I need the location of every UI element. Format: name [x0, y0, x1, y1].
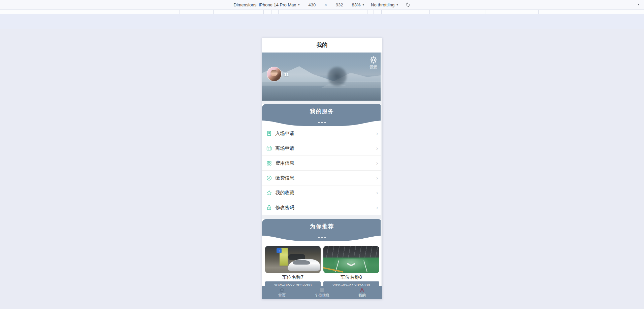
chevron-right-icon: › — [376, 145, 378, 151]
device-dimensions-dropdown[interactable]: Dimensions: iPhone 14 Pro Max ▾ — [233, 2, 299, 7]
avatar[interactable] — [267, 67, 282, 81]
ellipsis-dots — [318, 237, 326, 238]
service-item-label: 费用信息 — [276, 160, 376, 166]
chevron-right-icon: › — [376, 190, 378, 196]
horizontal-ruler — [0, 10, 644, 14]
viewport-height-input[interactable]: 932 — [334, 2, 345, 8]
service-item-favorites[interactable]: 我的收藏 › — [262, 185, 382, 200]
parking-card-name: 车位名称7 — [265, 273, 321, 281]
ellipsis-dots — [318, 122, 326, 123]
ruler-tick — [278, 10, 279, 14]
parking-card[interactable]: 车位名称8 2025-02-27 20:55:00 — [323, 246, 379, 289]
ruler-tick — [485, 10, 485, 14]
throttling-dropdown[interactable]: No throttling ▾ — [371, 2, 398, 7]
ruler-tick — [271, 10, 271, 14]
lock-icon — [266, 205, 272, 211]
service-item-leave-application[interactable]: 离场申请 › — [262, 141, 382, 156]
star-icon — [266, 190, 272, 196]
ceiling-streaks — [323, 246, 379, 258]
person-icon — [359, 287, 365, 293]
ruler-tick — [263, 10, 264, 14]
rotate-icon — [405, 2, 411, 8]
services-wave — [262, 119, 382, 126]
ruler-tick — [213, 10, 214, 14]
check-circle-icon — [266, 175, 272, 181]
ruler-tick — [429, 10, 430, 14]
chevron-right-icon: › — [376, 131, 378, 136]
circles-grid-icon — [266, 160, 272, 166]
section-gap — [262, 215, 382, 219]
profile-header-image: 11 设置 — [262, 53, 382, 101]
service-item-label: 缴费信息 — [276, 175, 376, 181]
water-shape — [262, 81, 382, 101]
service-item-entry-application[interactable]: 入场申请 › — [262, 126, 382, 141]
dimensions-multiply-sign: × — [324, 2, 327, 7]
chevron-down-icon: ▾ — [298, 3, 300, 6]
chevron-down-icon: ▾ — [363, 3, 364, 6]
page-scrollbar[interactable] — [381, 53, 382, 286]
service-item-fee-info[interactable]: 费用信息 › — [262, 156, 382, 171]
ruler-tick — [374, 10, 374, 14]
box-icon — [266, 145, 272, 151]
arrow-sign: ↑ — [277, 248, 282, 253]
viewport-top-band — [0, 14, 644, 29]
settings-button[interactable]: 设置 — [369, 56, 378, 70]
device-emulation-stage: 我的 11 设置 — [0, 29, 644, 309]
devtools-device-toolbar: Dimensions: iPhone 14 Pro Max ▾ 430 × 93… — [0, 0, 644, 10]
services-list: 入场申请 › 离场申请 › 费用信息 › — [262, 126, 382, 215]
service-item-change-password[interactable]: 修改密码 › — [262, 200, 382, 215]
parking-photo — [323, 246, 379, 273]
services-section-header: 我的服务 — [262, 104, 382, 119]
service-item-payment-info[interactable]: 缴费信息 › — [262, 171, 382, 185]
zoom-level-value: 83% — [352, 2, 361, 7]
blurred-object — [327, 66, 348, 87]
ruler-tick — [121, 10, 121, 14]
chevron-right-icon: › — [376, 205, 378, 210]
emulated-phone-page: 我的 11 设置 — [262, 38, 382, 299]
rotate-device-button[interactable] — [405, 2, 411, 8]
circles-grid-icon — [319, 287, 325, 293]
ruler-tick — [538, 10, 539, 14]
service-item-label: 离场申请 — [276, 145, 376, 151]
document-icon — [266, 131, 272, 137]
parked-car-white — [288, 259, 320, 271]
page-title: 我的 — [262, 38, 382, 53]
chevron-down-icon: ▾ — [396, 3, 398, 6]
tab-parking-info[interactable]: 车位信息 — [302, 286, 342, 299]
ruler-tick — [381, 10, 382, 14]
settings-label: 设置 — [370, 65, 377, 70]
chevron-right-icon: › — [376, 175, 378, 181]
service-item-label: 修改密码 — [276, 205, 376, 211]
tab-mine[interactable]: 我的 — [342, 286, 382, 299]
throttling-value: No throttling — [371, 2, 394, 7]
recommend-wave — [262, 234, 382, 241]
chevron-right-icon: › — [376, 160, 378, 166]
recommend-section-header: 为你推荐 — [262, 219, 382, 234]
section-gap — [262, 101, 382, 104]
tab-label: 首页 — [278, 293, 286, 298]
device-dimensions-label: Dimensions: iPhone 14 Pro Max — [233, 2, 296, 7]
service-item-label: 入场申请 — [276, 131, 376, 137]
ruler-tick — [217, 10, 217, 14]
tab-home[interactable]: 首页 — [262, 286, 302, 299]
tab-label: 我的 — [358, 293, 366, 298]
viewport-width-input[interactable]: 430 — [307, 2, 318, 8]
user-nickname: 11 — [284, 72, 289, 77]
ruler-tick — [367, 10, 367, 14]
parking-card[interactable]: ↑ 车位名称7 2025-02-27 20:55:00 — [265, 246, 321, 289]
bottom-tab-bar: 首页 车位信息 我的 — [262, 286, 382, 299]
recommend-cards: ↑ 车位名称7 2025-02-27 20:55:00 车位名称8 — [262, 241, 382, 289]
parking-card-name: 车位名称8 — [323, 273, 379, 281]
service-item-label: 我的收藏 — [276, 190, 376, 196]
toolbar-overflow-caret[interactable]: ▾ — [638, 3, 639, 6]
parking-photo: ↑ — [265, 246, 321, 273]
ruler-tick — [180, 10, 180, 14]
tab-label: 车位信息 — [315, 293, 329, 298]
zoom-level-dropdown[interactable]: 83% ▾ — [352, 2, 364, 7]
gear-icon — [369, 56, 378, 64]
home-icon — [279, 287, 285, 293]
